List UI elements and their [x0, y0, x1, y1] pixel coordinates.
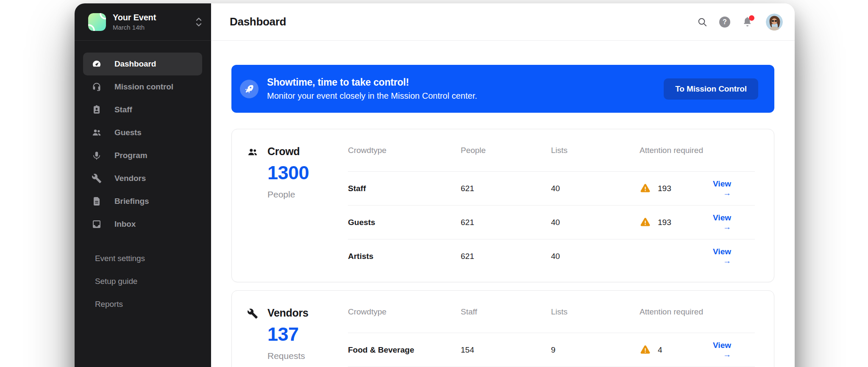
- view-link[interactable]: View →: [713, 213, 731, 231]
- banner-title: Showtime, time to take control!: [267, 77, 664, 88]
- table-row: Artists 621 40 View →: [348, 239, 755, 273]
- warning-icon: [640, 183, 651, 194]
- crowd-card: Crowd 1300 People Crowdtype People Lists…: [231, 129, 774, 282]
- sidebar-item-label: Briefings: [114, 197, 149, 206]
- sidebar-item-label: Staff: [114, 105, 132, 114]
- lists-cell: 40: [551, 184, 640, 193]
- wrench-icon: [92, 173, 102, 184]
- column-header: Crowdtype: [348, 307, 461, 317]
- sidebar-item-label: Inbox: [114, 220, 136, 229]
- table-header: Crowdtype People Lists Attention require…: [348, 129, 755, 172]
- notifications-bell-icon[interactable]: [742, 17, 753, 28]
- sidebar-item-label: Setup guide: [95, 277, 137, 286]
- sidebar-item-label: Guests: [114, 128, 142, 137]
- attention-count: 193: [658, 218, 671, 227]
- help-icon[interactable]: [719, 17, 730, 28]
- attention-cell: 4: [640, 344, 703, 356]
- sidebar-item-reports[interactable]: Reports: [83, 293, 202, 316]
- sidebar-item-dashboard[interactable]: Dashboard: [83, 53, 202, 75]
- card-metric: 1300: [267, 162, 309, 184]
- column-header: Lists: [551, 307, 640, 317]
- event-switcher[interactable]: Your Event March 14th: [75, 3, 211, 41]
- crowdtype-cell: Guests: [348, 218, 461, 227]
- warning-icon: [640, 344, 651, 356]
- column-header: Crowdtype: [348, 146, 461, 155]
- attention-count: 4: [658, 345, 662, 355]
- view-link[interactable]: View →: [713, 179, 731, 197]
- sidebar-item-label: Mission control: [114, 82, 173, 92]
- sidebar-item-vendors[interactable]: Vendors: [83, 167, 202, 190]
- to-mission-control-button[interactable]: To Mission Control: [664, 78, 758, 100]
- card-title: Vendors: [267, 307, 309, 319]
- vendors-summary: Vendors 137 Requests: [247, 291, 348, 367]
- microphone-icon: [92, 150, 102, 161]
- badge-icon: [92, 105, 102, 115]
- sidebar-nav: Dashboard Mission control Staff: [75, 41, 211, 236]
- dashboard-content: Showtime, time to take control! Monitor …: [211, 41, 795, 367]
- attention-count: 193: [658, 184, 671, 193]
- people-icon: [247, 147, 258, 158]
- warning-icon: [640, 217, 651, 228]
- app-window: Your Event March 14th Dashboard Mission …: [75, 3, 795, 367]
- vendors-card: Vendors 137 Requests Crowdtype Staff Lis…: [231, 290, 774, 367]
- sidebar-item-label: Reports: [95, 300, 123, 309]
- page-title: Dashboard: [230, 15, 286, 28]
- sidebar-item-mission-control[interactable]: Mission control: [83, 75, 202, 98]
- column-header: Lists: [551, 146, 640, 155]
- card-metric-label: Requests: [267, 351, 309, 361]
- column-header: Attention required: [640, 146, 755, 155]
- card-metric-label: People: [267, 189, 309, 200]
- sidebar-secondary-nav: Event settings Setup guide Reports: [75, 247, 211, 316]
- table-row: Staff 621 40 193 View →: [348, 172, 755, 206]
- rocket-icon: [240, 80, 259, 98]
- banner-subtitle: Monitor your event closely in the Missio…: [267, 91, 664, 101]
- sidebar-item-setup-guide[interactable]: Setup guide: [83, 270, 202, 293]
- sidebar-item-program[interactable]: Program: [83, 144, 202, 167]
- sidebar-item-briefings[interactable]: Briefings: [83, 190, 202, 213]
- people-cell: 621: [461, 252, 551, 261]
- view-link[interactable]: View →: [713, 247, 731, 265]
- sidebar-item-inbox[interactable]: Inbox: [83, 213, 202, 236]
- headset-icon: [92, 82, 102, 92]
- staff-cell: 154: [461, 345, 551, 355]
- column-header: People: [461, 146, 551, 155]
- people-icon: [92, 128, 102, 138]
- crowdtype-cell: Staff: [348, 184, 461, 193]
- table-row: Guests 621 40 193 View →: [348, 206, 755, 239]
- sidebar-item-staff[interactable]: Staff: [83, 98, 202, 121]
- search-icon[interactable]: [697, 17, 708, 28]
- crowdtype-cell: Food & Beverage: [348, 345, 461, 355]
- table-row: Food & Beverage 154 9 4 View →: [348, 333, 755, 367]
- column-header: Staff: [461, 307, 551, 317]
- people-cell: 621: [461, 218, 551, 227]
- sidebar: Your Event March 14th Dashboard Mission …: [75, 3, 211, 367]
- view-link[interactable]: View →: [713, 341, 731, 359]
- crowd-table: Crowdtype People Lists Attention require…: [348, 129, 755, 273]
- attention-cell: 193: [640, 183, 703, 194]
- table-header: Crowdtype Staff Lists Attention required: [348, 291, 755, 333]
- avatar[interactable]: [766, 14, 783, 31]
- sidebar-item-event-settings[interactable]: Event settings: [83, 247, 202, 270]
- inbox-icon: [92, 219, 102, 229]
- sidebar-item-label: Dashboard: [114, 59, 156, 69]
- event-name: Your Event: [113, 13, 187, 22]
- mission-control-banner: Showtime, time to take control! Monitor …: [231, 65, 774, 113]
- lists-cell: 9: [551, 345, 640, 355]
- notification-badge: [749, 15, 754, 21]
- lists-cell: 40: [551, 252, 640, 261]
- sidebar-item-guests[interactable]: Guests: [83, 121, 202, 144]
- gauge-icon: [92, 59, 102, 69]
- sidebar-item-label: Event settings: [95, 254, 145, 263]
- lists-cell: 40: [551, 218, 640, 227]
- crowd-summary: Crowd 1300 People: [247, 129, 348, 273]
- column-header: Attention required: [640, 307, 755, 317]
- chevron-up-down-icon[interactable]: [194, 17, 203, 28]
- document-icon: [92, 196, 102, 206]
- attention-cell: 193: [640, 217, 703, 228]
- event-logo: [88, 13, 106, 31]
- event-date: March 14th: [113, 24, 187, 31]
- sidebar-item-label: Vendors: [114, 174, 146, 183]
- top-bar: Dashboard: [211, 3, 795, 41]
- wrench-icon: [247, 308, 258, 319]
- vendors-table: Crowdtype Staff Lists Attention required…: [348, 291, 755, 367]
